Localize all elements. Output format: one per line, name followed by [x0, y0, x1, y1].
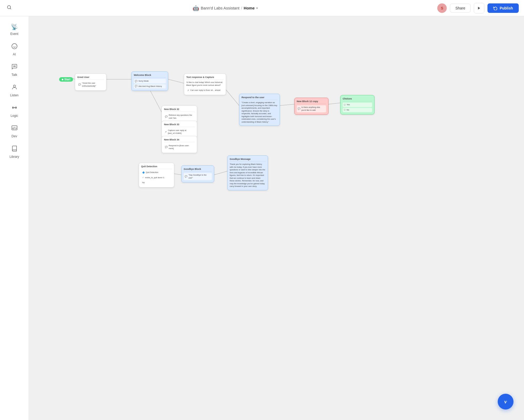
- svg-line-20: [214, 171, 227, 175]
- sidebar-label-logic: Logic: [11, 114, 18, 118]
- breadcrumb: 🤖 Bann'd Labs Assistant / Home ▾: [193, 5, 258, 11]
- greet-title: Greet User: [77, 76, 104, 80]
- greet-icon: 💬: [78, 83, 81, 86]
- svg-line-15: [328, 103, 340, 104]
- listen-icon: [11, 84, 18, 92]
- block33-title: New Block 33: [164, 123, 195, 127]
- choices-item2: ☑ No: [343, 108, 372, 112]
- svg-point-5: [15, 66, 16, 66]
- svg-line-16: [150, 90, 162, 112]
- sidebar-item-event[interactable]: 📡 Event: [2, 20, 27, 39]
- sidebar: 📡 Event AI Talk: [0, 16, 29, 420]
- sidebar-item-library[interactable]: Library: [2, 142, 27, 162]
- start-dot: [62, 79, 63, 80]
- publish-button[interactable]: Publish: [487, 3, 519, 13]
- goodbye-msg-text: Thank you for exploring Black history wi…: [230, 163, 266, 188]
- new-block-12-node[interactable]: New Block 12 copy 💬 Is there anything el…: [294, 98, 328, 115]
- choices-item1: ☑ Yes: [343, 103, 372, 107]
- talk-icon: [11, 64, 18, 71]
- goodbye-message-node[interactable]: Goodbye Message Thank you for exploring …: [227, 155, 268, 190]
- quit-title: Quit Detection: [141, 165, 172, 169]
- search-button[interactable]: [5, 3, 13, 13]
- sidebar-item-logic[interactable]: Logic: [2, 101, 27, 121]
- svg-marker-2: [478, 7, 480, 9]
- greet-user-node[interactable]: Greet User 💬 "Greet the user enthusiasti…: [75, 74, 106, 91]
- text-response-node[interactable]: Text response & Capture I'd like to chat…: [184, 74, 226, 95]
- respond-node[interactable]: Respond to the user "Create a short, eng…: [239, 94, 280, 126]
- flow-diagram: Start Greet User 💬 "Greet the user enthu…: [29, 16, 524, 420]
- greet-item: 💬 "Greet the user enthusiastically": [77, 81, 104, 88]
- block34-item: 💬 Respond to [Exec user-ment]: [164, 144, 195, 151]
- svg-line-12: [168, 79, 184, 83]
- quit-detection-node[interactable]: Quit Detection 🔷 Quit Detection ✓ exists…: [139, 163, 174, 187]
- welcome-item1: 💬 Sorry Mode: [134, 79, 166, 83]
- sidebar-label-listen: Listen: [10, 93, 18, 97]
- respond-text: "Create a short, engaging narration as […: [242, 101, 278, 123]
- header-right: S Share Publish: [437, 3, 519, 13]
- quit-item3: No: [141, 181, 172, 185]
- flow-canvas: Start Greet User 💬 "Greet the user enthu…: [29, 16, 524, 420]
- chevron-down-icon: ▾: [256, 6, 258, 10]
- choices-title: Choices: [343, 97, 372, 101]
- svg-point-7: [13, 107, 14, 108]
- text-response-text: I'd like to chat today! Which one histor…: [186, 81, 224, 87]
- sidebar-label-ai: AI: [13, 52, 16, 56]
- sidebar-item-ai[interactable]: AI: [2, 40, 27, 59]
- svg-point-8: [15, 107, 16, 108]
- svg-line-1: [10, 8, 11, 9]
- dev-icon: [11, 125, 18, 133]
- block34-node[interactable]: New Block 34 💬 Respond to [Exec user-men…: [162, 136, 197, 153]
- welcome-item2: 💬 Ask And Hug Black History: [134, 84, 166, 89]
- page-name[interactable]: Home: [244, 6, 255, 10]
- svg-point-6: [13, 85, 16, 87]
- breadcrumb-separator: /: [241, 6, 242, 10]
- quit-item1: 🔷 Quit Detection: [141, 170, 172, 175]
- text-response-sub: ✗ Can user reply to Exec sit... ahead: [186, 88, 224, 93]
- start-badge: Start: [59, 77, 73, 82]
- svg-line-13: [226, 90, 239, 106]
- fab-button[interactable]: v: [498, 394, 513, 410]
- sidebar-label-event: Event: [10, 32, 18, 36]
- block32-node[interactable]: New Block 32 💬 Retrieve any questions th…: [162, 106, 197, 123]
- bot-icon: 🤖: [193, 5, 199, 11]
- block32-title: New Block 32: [164, 108, 195, 112]
- svg-point-3: [13, 66, 14, 66]
- ai-icon: [11, 43, 18, 51]
- sidebar-item-listen[interactable]: Listen: [2, 81, 27, 100]
- sidebar-label-library: Library: [9, 155, 19, 159]
- quit-item2: ✓ exists_to_quit done r1: [141, 176, 172, 180]
- sidebar-item-dev[interactable]: Dev: [2, 122, 27, 141]
- new-block-12-item: 💬 Is there anything else you'd like to a…: [297, 105, 326, 112]
- respond-title: Respond to the user: [242, 96, 278, 100]
- avatar: S: [437, 3, 447, 13]
- share-button[interactable]: Share: [450, 4, 471, 13]
- text-response-title: Text response & Capture: [186, 76, 224, 80]
- greet-text: "Greet the user enthusiastically": [82, 82, 103, 87]
- start-label: Start: [64, 78, 70, 81]
- sidebar-label-dev: Dev: [12, 134, 17, 138]
- block34-title: New Block 34: [164, 138, 195, 142]
- welcome-title: Welcome Block: [134, 74, 166, 78]
- goodbye-block-node[interactable]: Goodbye Block 💬 "Say Goodbye to the user…: [181, 165, 214, 182]
- svg-line-19: [174, 174, 181, 175]
- app-name: Bann'd Labs Assistant: [201, 6, 239, 10]
- sidebar-label-talk: Talk: [12, 73, 17, 77]
- event-icon: 📡: [11, 24, 18, 30]
- svg-point-4: [14, 66, 15, 66]
- goodbye-block-item: 💬 "Say Goodbye to the user": [184, 173, 212, 180]
- choices-node[interactable]: Choices ☑ Yes ☑ No: [340, 95, 374, 114]
- app-header: 🤖 Bann'd Labs Assistant / Home ▾ S Share…: [0, 0, 524, 16]
- block33-node[interactable]: New Block 33 ✗ Capture user reply at [te…: [162, 121, 197, 138]
- play-button[interactable]: [474, 3, 484, 13]
- sidebar-item-talk[interactable]: Talk: [2, 60, 27, 80]
- logic-icon: [11, 104, 18, 112]
- block32-item: 💬 Retrieve any questions the user has.: [164, 113, 195, 120]
- block33-item: ✗ Capture user reply at [test_v0 #1800]: [164, 128, 195, 135]
- goodbye-block-title: Goodbye Block: [184, 168, 212, 172]
- header-left: [5, 3, 13, 13]
- library-icon: [11, 145, 18, 153]
- welcome-block-node[interactable]: Welcome Block 💬 Sorry Mode 💬 Ask And Hug…: [131, 71, 168, 91]
- svg-line-14: [280, 104, 294, 106]
- new-block-12-title: New Block 12 copy: [297, 100, 326, 104]
- goodbye-msg-title: Goodbye Message: [230, 158, 266, 162]
